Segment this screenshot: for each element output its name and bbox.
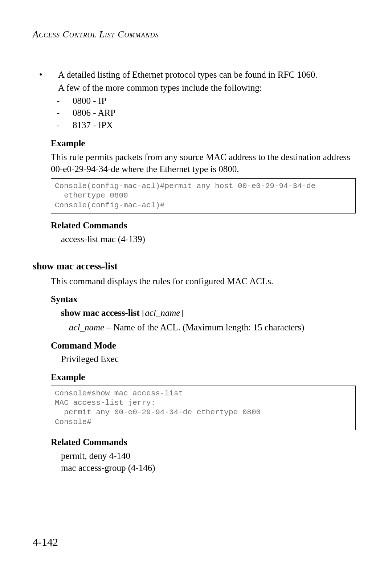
example-code-block: Console(config-mac-acl)#permit any host …	[51, 178, 356, 213]
example-code-block-2: Console#show mac access-list MAC access-…	[51, 386, 356, 430]
command-mode-value: Privileged Exec	[61, 353, 359, 365]
list-item-text: 8137 - IPX	[73, 120, 113, 130]
syntax-command: show mac access-list	[61, 308, 140, 318]
syntax-line: show mac access-list [acl_name]	[61, 307, 359, 319]
related-commands-heading-2: Related Commands	[51, 436, 359, 448]
ethertype-list: -0800 - IP -0806 - ARP -8137 - IPX	[73, 95, 359, 131]
related-command-item: permit, deny 4-140	[61, 450, 359, 462]
protocol-note-line1: •A detailed listing of Ethernet protocol…	[58, 69, 359, 81]
related-command-item: mac access-group (4-146)	[61, 462, 359, 474]
syntax-heading: Syntax	[51, 293, 359, 305]
bullet-icon: •	[49, 69, 58, 81]
param-name: acl_name	[69, 322, 104, 332]
list-item: -8137 - IPX	[73, 119, 359, 131]
list-item: -0800 - IP	[73, 95, 359, 107]
syntax-param: acl_name	[145, 308, 180, 318]
param-description: – Name of the ACL. (Maximum length: 15 c…	[104, 322, 304, 332]
protocol-note-text1: A detailed listing of Ethernet protocol …	[58, 70, 317, 80]
related-command-item: access-list mac (4-139)	[61, 233, 359, 245]
example-description: This rule permits packets from any sourc…	[51, 151, 359, 176]
syntax-bracket-open: [	[140, 308, 145, 318]
command-description: This command displays the rules for conf…	[51, 275, 359, 288]
dash-icon: -	[65, 95, 73, 107]
syntax-bracket-close: ]	[180, 308, 183, 318]
running-header: Access Control List Commands	[33, 29, 359, 43]
page-number: 4-142	[33, 536, 58, 548]
command-title: show mac access-list	[33, 260, 359, 273]
list-item-text: 0806 - ARP	[73, 108, 115, 118]
command-mode-heading: Command Mode	[51, 339, 359, 352]
list-item: -0806 - ARP	[73, 107, 359, 119]
related-commands-heading: Related Commands	[51, 219, 359, 232]
syntax-param-desc: acl_name – Name of the ACL. (Maximum len…	[69, 321, 359, 334]
protocol-note-line2: A few of the more common types include t…	[58, 82, 359, 94]
body-content: •A detailed listing of Ethernet protocol…	[33, 69, 359, 474]
list-item-text: 0800 - IP	[73, 96, 106, 106]
dash-icon: -	[65, 107, 73, 119]
dash-icon: -	[65, 119, 73, 131]
example-heading: Example	[51, 137, 359, 150]
example-heading-2: Example	[51, 371, 359, 383]
